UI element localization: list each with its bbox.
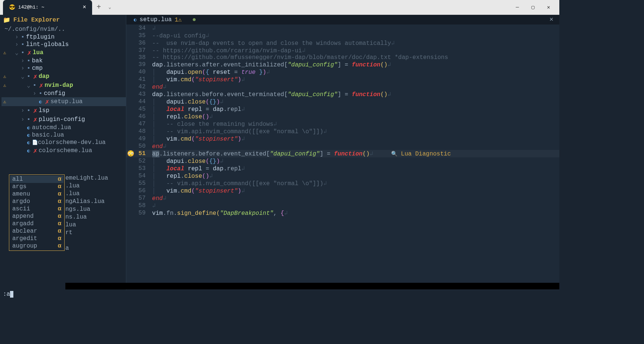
terminal-tab[interactable]: 😎 i42@hi: ~ × — [3, 0, 92, 15]
tab-title: i42@hi: ~ — [18, 4, 79, 10]
lua-file-icon: ◐ — [37, 99, 44, 105]
folder-icon: ▪ — [25, 116, 32, 123]
code-line[interactable]: 34 ↲ — [126, 24, 559, 32]
folder-icon: ▪ — [37, 90, 44, 97]
lua-file-icon: ◐ — [25, 148, 32, 154]
file-explorer-sidebar: 📁 File Explorer ~/.config/nvim/.. ›▪ ftp… — [0, 15, 126, 298]
tree-item[interactable]: ◐ basic.lua — [1, 131, 126, 139]
error-x-icon: ✗ — [32, 147, 39, 155]
editor-tabs: ◐ setup.lua 1⚠ ● × — [126, 15, 559, 24]
folder-icon: ▪ — [19, 49, 26, 56]
folder-icon: ▪ — [19, 34, 26, 40]
completion-item[interactable]: allα — [10, 176, 64, 183]
tree-item[interactable]: ›▪ ftplugin — [1, 33, 126, 41]
completion-item[interactable]: augroupα — [10, 242, 64, 250]
folder-icon: 📁 — [3, 16, 10, 24]
code-line[interactable]: 38 -- https://github.com/mfussenegger/nv… — [126, 54, 559, 61]
code-line[interactable]: 48 │ -- vim.api.nvim_command([[exe "norm… — [126, 128, 559, 135]
lua-file-icon: ◐ — [25, 140, 32, 145]
titlebar: 😎 i42@hi: ~ × + ⌄ ─ ▢ ✕ — [0, 0, 559, 15]
lua-file-icon: ◐ — [25, 125, 32, 131]
editor-tab-setup[interactable]: ◐ setup.lua 1⚠ ● — [129, 15, 201, 24]
code-line[interactable]: 41 │ vim.cmd("stopinsert")↲ — [126, 76, 559, 83]
tree-item[interactable]: ›▪ lint-globals — [1, 41, 126, 48]
close-button[interactable]: ✕ — [545, 4, 552, 11]
error-x-icon: ✗ — [38, 81, 45, 89]
completion-item[interactable]: argaddα — [10, 220, 64, 227]
completion-item[interactable]: asciiα — [10, 205, 64, 213]
code-line[interactable]: 40 │ dapui.open({ reset = true })↲ — [126, 68, 559, 76]
editor-tab-warn: 1⚠ — [175, 16, 182, 23]
cmdline-text: :a — [3, 291, 10, 298]
code-line[interactable]: 56 │ vim.cmd("stopinsert")↲ — [126, 187, 559, 194]
error-x-icon: ✗ — [26, 49, 33, 57]
folder-icon: ▪ — [19, 41, 26, 48]
code-line[interactable]: 😳51 ap.listeners.before.event_exited["da… — [126, 150, 559, 157]
code-line[interactable]: 54 │ repl.close()↲ — [126, 172, 559, 180]
command-line[interactable]: :a — [0, 290, 559, 298]
tab-emoji-icon: 😎 — [9, 4, 15, 10]
tree-item[interactable]: ›▪ cmp — [1, 65, 126, 72]
error-x-icon: ✗ — [32, 72, 39, 81]
blackbar — [65, 283, 559, 289]
code-line[interactable]: 59 vim.fn.sign_define("DapBreakpoint", {… — [126, 209, 559, 217]
code-line[interactable]: 42 end↲ — [126, 83, 559, 91]
modified-dot-icon: ● — [192, 16, 196, 23]
code-line[interactable]: 49 │ vim.cmd("stopinsert")↲ — [126, 135, 559, 142]
completion-item[interactable]: argdoα — [10, 198, 64, 205]
sidebar-path: ~/.config/nvim/.. — [0, 25, 126, 33]
tree-item[interactable]: ⚠⌄▪✗ nvim-dap — [1, 81, 126, 90]
folder-icon: ▪ — [25, 107, 32, 114]
completion-item[interactable]: argsα — [10, 183, 64, 190]
completion-item[interactable]: appendα — [10, 213, 64, 220]
code-line[interactable]: 50 end↲ — [126, 142, 559, 150]
tree-item[interactable]: ◐✗ colorscheme.lua — [1, 146, 126, 155]
file-tree[interactable]: ›▪ ftplugin›▪ lint-globals⚠⌄▪✗ lua›▪ bak… — [0, 33, 126, 298]
code-editor[interactable]: 34 ↲35 --dap-ui config↲36 -- use nvim-da… — [126, 24, 559, 298]
tab-dropdown-icon[interactable]: ⌄ — [105, 4, 114, 10]
completion-item[interactable]: amenuα — [10, 190, 64, 198]
code-line[interactable]: 46 │ repl.close()↲ — [126, 113, 559, 120]
editor-area: ◐ setup.lua 1⚠ ● × 34 ↲35 --dap-ui confi… — [126, 15, 559, 298]
completion-item[interactable]: argeditα — [10, 235, 64, 242]
code-line[interactable]: 58 ↲ — [126, 202, 559, 209]
tree-item[interactable]: ›▪ config — [1, 90, 126, 97]
sidebar-title: File Explorer — [13, 17, 60, 23]
completion-popup[interactable]: allαargsαamenuαargdoαasciiαappendαargadd… — [9, 174, 65, 251]
new-tab-button[interactable]: + — [92, 3, 105, 12]
tree-item[interactable]: ⚠⌄▪✗ dap — [1, 72, 126, 81]
code-line[interactable]: 45 │ local repl = dap.repl↲ — [126, 105, 559, 113]
folder-icon: ▪ — [31, 82, 38, 89]
minimize-button[interactable]: ─ — [514, 4, 521, 11]
tree-item[interactable]: ⚠◐✗ setup.lua — [1, 97, 126, 106]
tree-item[interactable]: ◐ autocmd.lua — [1, 124, 126, 131]
code-line[interactable]: 57 end↲ — [126, 194, 559, 202]
maximize-button[interactable]: ▢ — [530, 4, 536, 11]
code-line[interactable]: 43 dap.listeners.before.event_terminated… — [126, 91, 559, 98]
close-editor-tab-icon[interactable]: × — [549, 16, 556, 23]
error-x-icon: ✗ — [32, 107, 39, 115]
code-line[interactable]: 37 -- https://github.com/rcarriga/nvim-d… — [126, 47, 559, 54]
code-line[interactable]: 53 │ local repl = dap.repl↲ — [126, 165, 559, 172]
lua-file-icon: ◐ — [134, 17, 137, 23]
code-line[interactable]: 35 --dap-ui config↲ — [126, 32, 559, 39]
code-line[interactable]: 44 │ dapui.close({})↲ — [126, 98, 559, 105]
editor-tab-name: setup.lua — [140, 16, 172, 23]
error-x-icon: ✗ — [44, 98, 51, 106]
tree-item[interactable]: ◐📄 colorscheme-dev.lua — [1, 139, 126, 146]
code-line[interactable]: 39 dap.listeners.after.event_initialized… — [126, 61, 559, 68]
tree-item[interactable]: ⚠⌄▪✗ lua — [1, 48, 126, 57]
code-line[interactable]: 55 │ -- vim.api.nvim_command([[exe "norm… — [126, 180, 559, 187]
tree-item[interactable]: ›▪✗ plugin-config — [1, 115, 126, 124]
tree-item[interactable]: ›▪ bak — [1, 57, 126, 65]
tree-partial-overlay: emeLight.lua.lua.luangAlias.luangs.luans… — [65, 174, 108, 252]
sidebar-header: 📁 File Explorer — [0, 15, 126, 25]
code-line[interactable]: 36 -- use nvim-dap events to open and cl… — [126, 39, 559, 47]
error-x-icon: ✗ — [32, 115, 39, 124]
code-line[interactable]: 52 │ dapui.close({})↲ — [126, 157, 559, 165]
folder-icon: ▪ — [25, 65, 32, 72]
tree-item[interactable]: ›▪✗ lsp — [1, 106, 126, 115]
completion-item[interactable]: abclearα — [10, 227, 64, 235]
close-tab-icon[interactable]: × — [82, 4, 86, 11]
code-line[interactable]: 47 │ -- close the remaining windows↲ — [126, 120, 559, 128]
